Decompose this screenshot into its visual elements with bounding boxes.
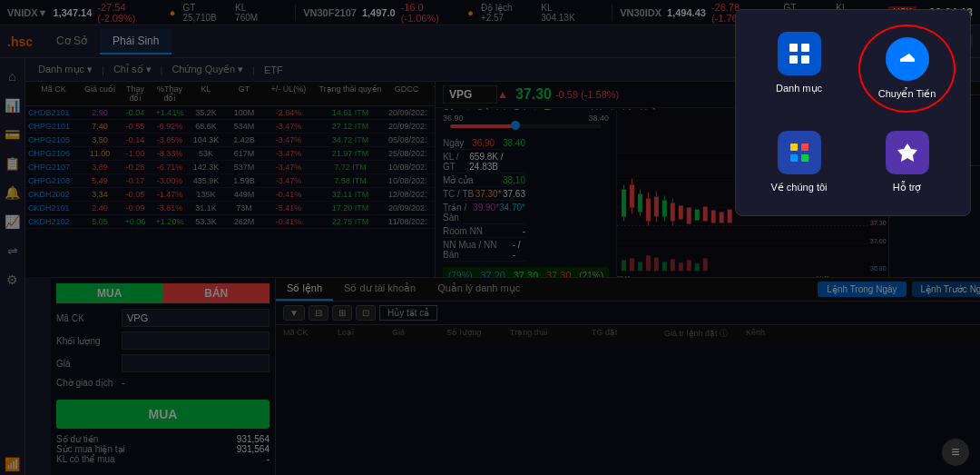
hotro-icon: [886, 131, 929, 174]
chuyentien-icon: [886, 37, 929, 81]
popup-menu: Danh mục Chuyển Tiền Về chúng tôi: [735, 9, 971, 216]
popup-overlay[interactable]: Danh mục Chuyển Tiền Về chúng tôi: [0, 0, 980, 475]
svg-rect-60: [790, 154, 798, 162]
svg-rect-57: [900, 59, 915, 62]
chuyentien-label: Chuyển Tiền: [878, 88, 936, 100]
popup-vechungtoi[interactable]: Về chúng tôi: [750, 124, 848, 201]
svg-rect-59: [801, 143, 808, 151]
hotro-label: Hỗ trợ: [893, 182, 922, 193]
svg-rect-55: [801, 55, 809, 64]
svg-marker-62: [897, 143, 917, 162]
transfer-icon: [895, 46, 920, 72]
svg-rect-54: [789, 55, 798, 64]
svg-marker-56: [900, 54, 915, 59]
svg-rect-58: [790, 143, 798, 151]
vechungtoi-icon: [778, 131, 821, 174]
danhmuc-label: Danh mục: [776, 83, 822, 94]
support-icon: [895, 140, 920, 165]
popup-danhmuc[interactable]: Danh mục: [750, 25, 848, 113]
danhmuc-icon: [778, 32, 821, 75]
company-icon: [787, 140, 812, 165]
svg-rect-53: [801, 44, 809, 52]
popup-chuyentien[interactable]: Chuyển Tiền: [858, 25, 956, 113]
popup-hotro[interactable]: Hỗ trợ: [858, 124, 956, 201]
menu-grid-icon: [787, 41, 812, 66]
svg-rect-52: [789, 44, 798, 52]
vechungtoi-label: Về chúng tôi: [770, 182, 827, 193]
svg-rect-61: [801, 154, 808, 162]
